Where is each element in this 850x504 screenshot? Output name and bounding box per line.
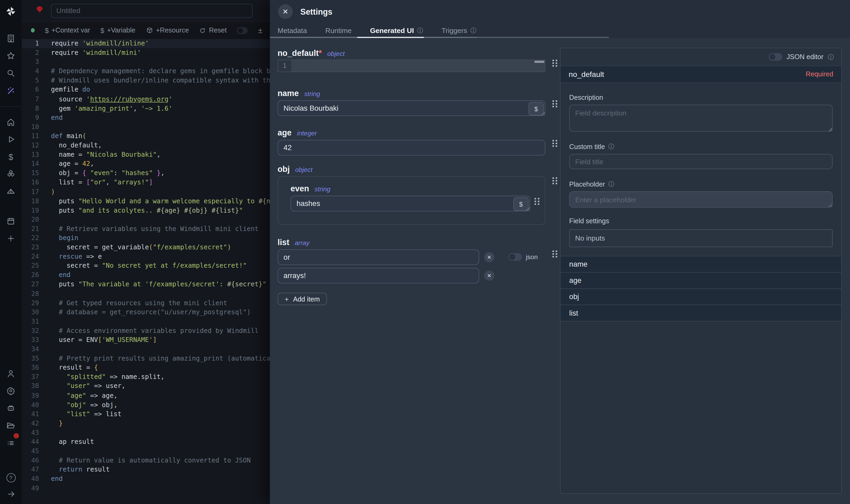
drag-handle-icon[interactable]: [553, 177, 557, 184]
code-line[interactable]: 34: [21, 345, 270, 354]
ai-wand-icon[interactable]: [0, 86, 21, 95]
audit-logs-list-icon[interactable]: [0, 438, 21, 448]
code-line[interactable]: 13 name = "Nicolas Bourbaki",: [21, 150, 270, 160]
info-icon[interactable]: ⓘ: [608, 143, 614, 151]
close-icon[interactable]: ✕: [278, 4, 293, 19]
panel-field-row-obj[interactable]: obj: [560, 288, 841, 305]
info-icon[interactable]: ⓘ: [417, 26, 423, 35]
code-line[interactable]: 47 return result: [21, 465, 270, 474]
remove-item-icon[interactable]: ✕: [484, 270, 494, 281]
json-toggle[interactable]: [509, 253, 522, 261]
code-line[interactable]: 35 # Pretty print results using amazing_…: [21, 354, 270, 363]
code-line[interactable]: 24 rescue => e: [21, 252, 270, 262]
code-line[interactable]: 45: [21, 447, 270, 456]
code-line[interactable]: 26 end: [21, 271, 270, 280]
code-line[interactable]: 25 secret = "No secret yet at f/examples…: [21, 261, 270, 271]
code-line[interactable]: 7 source 'https://rubygems.org': [21, 95, 270, 104]
code-line[interactable]: 23 secret = get_variable("f/examples/sec…: [21, 243, 270, 252]
code-line[interactable]: 29 # Get typed resources using the mini …: [21, 299, 270, 308]
code-line[interactable]: 27 puts "The variable at 'f/examples/sec…: [21, 280, 270, 289]
code-line[interactable]: 36 result = {: [21, 363, 270, 373]
panel-field-row-age[interactable]: age: [560, 272, 841, 288]
folders-icon[interactable]: [0, 421, 21, 431]
code-line[interactable]: 32 # Access environment variables provid…: [21, 326, 270, 336]
code-line[interactable]: 3: [21, 57, 270, 67]
workspace-building-icon[interactable]: [0, 34, 21, 43]
code-line[interactable]: 5# Windmill uses bundler/inline compatib…: [21, 76, 270, 86]
code-line[interactable]: 40 "obj" => obj,: [21, 400, 270, 410]
code-line[interactable]: 16 list = ["or", "arrays!"]: [21, 178, 270, 187]
code-line[interactable]: 18 puts "Hello World and a warm welcome …: [21, 197, 270, 206]
add-plus-icon[interactable]: [0, 234, 21, 244]
code-line[interactable]: 9end: [21, 113, 270, 122]
add-item-button[interactable]: + Add item: [277, 293, 327, 305]
code-line[interactable]: 8 gem 'amazing_print', '~> 1.6': [21, 104, 270, 113]
tab-triggers[interactable]: Triggersⓘ: [441, 26, 476, 35]
code-line[interactable]: 15 obj = { "even": "hashes" },: [21, 169, 270, 178]
age-input[interactable]: [277, 140, 545, 156]
code-line[interactable]: 22 begin: [21, 234, 270, 243]
diff-toggle[interactable]: [237, 27, 248, 34]
code-line[interactable]: 11def main(: [21, 132, 270, 141]
reset-button[interactable]: Reset: [199, 26, 227, 34]
drag-handle-icon[interactable]: [553, 140, 557, 147]
home-icon[interactable]: [0, 117, 21, 127]
code-line[interactable]: 41 "list" => list: [21, 410, 270, 419]
code-line[interactable]: 28: [21, 289, 270, 299]
code-line[interactable]: 39 "age" => age,: [21, 391, 270, 400]
mini-scrollbar-thumb[interactable]: [535, 61, 544, 63]
list-item-input[interactable]: [277, 268, 479, 283]
code-line[interactable]: 4# Dependency management: declare gems i…: [21, 67, 270, 76]
runs-play-icon[interactable]: [0, 134, 21, 144]
code-line[interactable]: 20: [21, 215, 270, 224]
json-editor-toggle[interactable]: [768, 53, 782, 61]
code-line[interactable]: 12 no_default,: [21, 141, 270, 150]
windmill-logo-icon[interactable]: [0, 4, 21, 18]
account-person-icon[interactable]: [0, 368, 21, 378]
code-line[interactable]: 17): [21, 187, 270, 197]
panel-field-row-name[interactable]: name: [560, 256, 841, 272]
favorites-star-icon[interactable]: [0, 51, 21, 61]
code-line[interactable]: 14 age = 42,: [21, 159, 270, 169]
add-variable-button[interactable]: $ +Variable: [100, 26, 135, 35]
drag-handle-icon[interactable]: [553, 60, 557, 67]
info-icon[interactable]: ⓘ: [471, 26, 476, 35]
calendar-icon[interactable]: [0, 216, 21, 226]
placeholder-textarea[interactable]: [569, 191, 833, 208]
code-line[interactable]: 6gemfile do: [21, 86, 270, 95]
info-icon[interactable]: ⓘ: [608, 180, 614, 188]
code-line[interactable]: 42 }: [21, 419, 270, 428]
remove-item-icon[interactable]: ✕: [484, 252, 494, 263]
code-line[interactable]: 37 "splitted" => name.split,: [21, 373, 270, 382]
script-title-input[interactable]: [51, 3, 253, 18]
resources-cubes-icon[interactable]: [0, 169, 21, 179]
custom-title-input[interactable]: [569, 154, 833, 169]
code-line[interactable]: 10: [21, 122, 270, 132]
code-line[interactable]: 43: [21, 428, 270, 437]
plus-minus-button[interactable]: ±: [258, 26, 263, 35]
help-question-icon[interactable]: ?: [0, 473, 21, 483]
info-icon[interactable]: ⓘ: [828, 53, 833, 61]
workers-robot-icon[interactable]: [0, 403, 21, 413]
schedules-prism-icon[interactable]: [0, 186, 21, 196]
code-line[interactable]: 33 user = ENV['WM_USERNAME']: [21, 336, 270, 345]
code-line[interactable]: 48end: [21, 474, 270, 484]
code-line[interactable]: 1require 'windmill/inline': [21, 39, 270, 49]
selected-field-header[interactable]: no_default Required: [560, 66, 841, 83]
code-line[interactable]: 38 "user" => user,: [21, 382, 270, 391]
tab-generated-ui[interactable]: Generated UIⓘ: [370, 26, 423, 35]
expand-arrow-icon[interactable]: [0, 489, 21, 499]
panel-field-row-list[interactable]: list: [560, 305, 841, 322]
code-line[interactable]: 46 # Return value is automatically conve…: [21, 456, 270, 465]
even-input[interactable]: [291, 196, 530, 211]
drag-handle-icon[interactable]: [553, 250, 557, 257]
insert-variable-button[interactable]: $: [528, 102, 544, 115]
no-default-json-editor[interactable]: 1: [277, 60, 545, 72]
code-line[interactable]: 31: [21, 317, 270, 326]
insert-variable-button[interactable]: $: [513, 197, 528, 211]
code-line[interactable]: 30 # database = get_resource("u/user/my_…: [21, 308, 270, 317]
code-line[interactable]: 2require 'windmill/mini': [21, 48, 270, 57]
description-textarea[interactable]: [569, 105, 833, 132]
code-line[interactable]: 44 ap result: [21, 437, 270, 447]
add-resource-button[interactable]: +Resource: [146, 26, 189, 34]
